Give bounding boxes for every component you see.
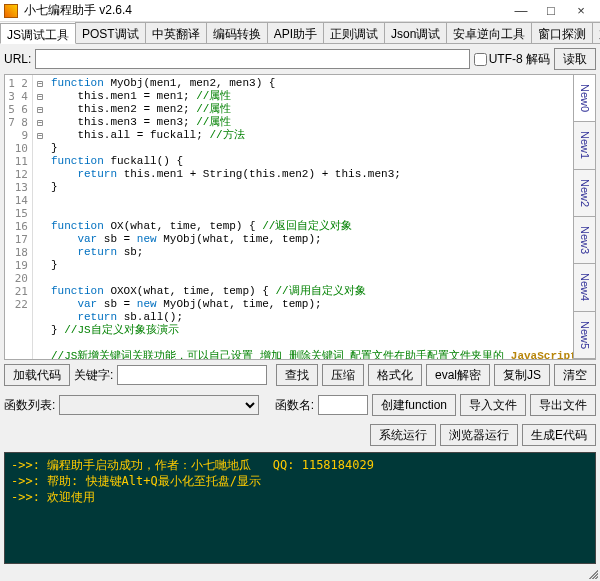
window-titlebar: 小七编程助手 v2.6.4 — □ × xyxy=(0,0,600,22)
close-button[interactable]: × xyxy=(566,1,596,21)
find-button[interactable]: 查找 xyxy=(276,364,318,386)
function-name-input[interactable] xyxy=(318,395,368,415)
generate-e-code-button[interactable]: 生成E代码 xyxy=(522,424,596,446)
url-label: URL: xyxy=(4,52,31,66)
editor-tab-New2[interactable]: New2 xyxy=(574,170,595,217)
output-console: ->>: 编程助手启动成功，作者：小七哋地瓜 QQ: 1158184029 ->… xyxy=(4,452,596,564)
copy-js-button[interactable]: 复制JS xyxy=(494,364,550,386)
tab-2[interactable]: 中英翻译 xyxy=(145,22,207,43)
compress-button[interactable]: 压缩 xyxy=(322,364,364,386)
tab-3[interactable]: 编码转换 xyxy=(206,22,268,43)
toolbar-row-3: 系统运行 浏览器运行 生成E代码 xyxy=(0,420,600,450)
tab-6[interactable]: Json调试 xyxy=(384,22,447,43)
code-editor-area: 1 2 3 4 5 6 7 8 9 10 11 12 13 14 15 16 1… xyxy=(4,74,596,360)
clear-button[interactable]: 清空 xyxy=(554,364,596,386)
format-button[interactable]: 格式化 xyxy=(368,364,422,386)
create-function-button[interactable]: 创建function xyxy=(372,394,456,416)
system-run-button[interactable]: 系统运行 xyxy=(370,424,436,446)
function-list-label: 函数列表: xyxy=(4,397,55,414)
editor-tab-New4[interactable]: New4 xyxy=(574,264,595,311)
window-title: 小七编程助手 v2.6.4 xyxy=(24,2,506,19)
eval-decrypt-button[interactable]: eval解密 xyxy=(426,364,490,386)
tab-9[interactable]: 加密解密 xyxy=(592,22,600,43)
export-file-button[interactable]: 导出文件 xyxy=(530,394,596,416)
line-number-gutter: 1 2 3 4 5 6 7 8 9 10 11 12 13 14 15 16 1… xyxy=(5,75,33,359)
app-icon xyxy=(4,4,18,18)
browser-run-button[interactable]: 浏览器运行 xyxy=(440,424,518,446)
editor-tab-New0[interactable]: New0 xyxy=(574,75,595,122)
load-code-button[interactable]: 加载代码 xyxy=(4,364,70,386)
editor-side-tabs: New0New1New2New3New4New5 xyxy=(573,75,595,359)
utf8-decode-checkbox[interactable]: UTF-8 解码 xyxy=(474,51,550,68)
toolbar-row-2: 函数列表: 函数名: 创建function 导入文件 导出文件 xyxy=(0,390,600,420)
import-file-button[interactable]: 导入文件 xyxy=(460,394,526,416)
editor-tab-New5[interactable]: New5 xyxy=(574,312,595,359)
tab-7[interactable]: 安卓逆向工具 xyxy=(446,22,532,43)
code-content[interactable]: function MyObj(men1, men2, men3) { this.… xyxy=(47,75,573,359)
editor-tab-New1[interactable]: New1 xyxy=(574,122,595,169)
tab-5[interactable]: 正则调试 xyxy=(323,22,385,43)
resize-grip[interactable] xyxy=(586,567,598,579)
tab-8[interactable]: 窗口探测 xyxy=(531,22,593,43)
url-row: URL: UTF-8 解码 读取 xyxy=(0,44,600,74)
keyword-input[interactable] xyxy=(117,365,267,385)
utf8-checkbox-label: UTF-8 解码 xyxy=(489,51,550,68)
read-button[interactable]: 读取 xyxy=(554,48,596,70)
main-tabstrip: JS调试工具POST调试中英翻译编码转换API助手正则调试Json调试安卓逆向工… xyxy=(0,22,600,44)
fold-gutter: ⊟ ⊟ ⊟ ⊟ ⊟ xyxy=(33,75,47,359)
keyword-label: 关键字: xyxy=(74,367,113,384)
toolbar-row-1: 加载代码 关键字: 查找 压缩 格式化 eval解密 复制JS 清空 xyxy=(0,360,600,390)
tab-0[interactable]: JS调试工具 xyxy=(0,23,76,44)
function-name-label: 函数名: xyxy=(275,397,314,414)
editor-tab-New3[interactable]: New3 xyxy=(574,217,595,264)
function-list-select[interactable] xyxy=(59,395,259,415)
minimize-button[interactable]: — xyxy=(506,1,536,21)
maximize-button[interactable]: □ xyxy=(536,1,566,21)
tab-4[interactable]: API助手 xyxy=(267,22,324,43)
url-input[interactable] xyxy=(35,49,469,69)
tab-1[interactable]: POST调试 xyxy=(75,22,146,43)
utf8-checkbox-input[interactable] xyxy=(474,53,487,66)
